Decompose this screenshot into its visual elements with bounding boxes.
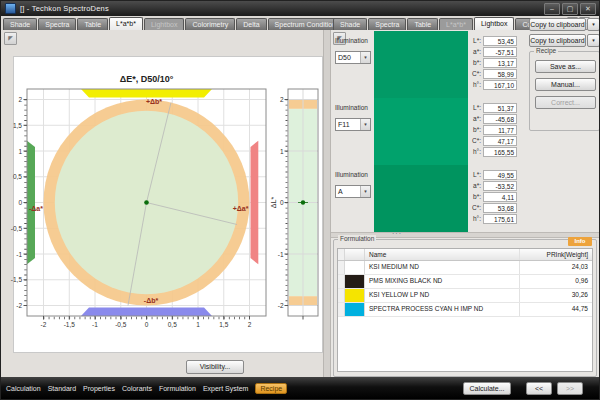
minimize-button[interactable]: – [544, 3, 560, 15]
ink-swatch [345, 261, 365, 274]
c-value: 58,99 [483, 69, 517, 79]
table-row[interactable]: KSI YELLOW LP ND 30,26 [338, 289, 592, 303]
color-swatch-a [374, 165, 468, 232]
table-row[interactable]: SPECTRA PROCESS CYAN H IMP ND 44,75 [338, 303, 592, 317]
h-value: 175,61 [483, 214, 517, 224]
c-value: 53,68 [483, 203, 517, 213]
back-button[interactable]: << [526, 382, 552, 395]
x-tick-label: 1 [196, 321, 200, 328]
title-bar: [] - Techkon SpectroDens – ▢ ✕ [1, 1, 599, 16]
dropdown-icon: ▾ [360, 52, 370, 63]
ink-amount: 44,75 [520, 303, 592, 316]
copy-dropdown-icon[interactable]: ▾ [587, 34, 600, 47]
visibility-button[interactable]: Visibility... [186, 360, 244, 374]
b-label: b*: [465, 193, 481, 200]
grip-dots-icon: ··· [389, 230, 405, 237]
ink-amount: 30,26 [520, 289, 592, 302]
tab-lightbox-left: Lightbox [144, 18, 184, 30]
tab-colorimetry-left[interactable]: Colorimetry [185, 18, 235, 30]
ink-amount: 0,96 [520, 275, 592, 288]
a-label: a*: [465, 48, 481, 55]
column-header-amount[interactable]: PRInk[Weight] [520, 249, 592, 260]
ink-swatch [345, 275, 365, 288]
formulation-group: Formulation Info Name PRInk[Weight] KSI … [333, 239, 597, 377]
status-item-expert-system[interactable]: Expert System [203, 385, 249, 392]
info-badge[interactable]: Info [568, 237, 592, 246]
maximize-button[interactable]: ▢ [562, 3, 578, 15]
copy-to-clipboard-button-2[interactable]: Copy to clipboard [529, 34, 586, 47]
table-row[interactable]: PMS MIXING BLACK ND 0,96 [338, 275, 592, 289]
c-value: 47,17 [483, 136, 517, 146]
x-tick-label: 2 [248, 321, 252, 328]
l-value: 51,37 [483, 103, 517, 113]
status-item-calculation[interactable]: Calculation [6, 385, 41, 392]
illuminant-select-f11[interactable]: F11 ▾ [335, 118, 371, 131]
minus-a-label: -Δa* [29, 205, 43, 212]
vertical-splitter[interactable] [323, 30, 331, 379]
tab-shade-right[interactable]: Shade [333, 18, 367, 30]
ink-name: KSI YELLOW LP ND [365, 289, 520, 302]
status-bar: Calculation Standard Properties Colorant… [1, 377, 600, 399]
b-label: b*: [465, 59, 481, 66]
delta-l-chart: 2 1 0 -1 -2 ΔL* [270, 89, 318, 320]
ink-swatch [345, 303, 365, 316]
l-label: L*: [465, 104, 481, 111]
close-button[interactable]: ✕ [580, 3, 596, 15]
a-value: -57,51 [483, 47, 517, 57]
x-tick-label: -1 [92, 321, 98, 328]
c-label: C*: [465, 204, 481, 211]
formulation-table: Name PRInk[Weight] KSI MEDIUM ND 24,03 P… [337, 248, 593, 372]
tab-spectra-right[interactable]: Spectra [368, 18, 406, 30]
status-item-standard[interactable]: Standard [48, 385, 76, 392]
tab-lightbox-right[interactable]: Lightbox [474, 17, 514, 30]
status-item-colorants[interactable]: Colorants [122, 385, 152, 392]
app-icon [5, 3, 16, 14]
ink-name: SPECTRA PROCESS CYAN H IMP ND [365, 303, 520, 316]
tab-spectra-left[interactable]: Spectra [38, 18, 76, 30]
x-tick-label: 0,5 [168, 321, 177, 328]
delta-l-tick-label: -2 [278, 302, 284, 309]
illumination-label: Illumination [335, 171, 368, 178]
tab-shade-left[interactable]: Shade [3, 18, 37, 30]
tab-lab-left[interactable]: L*a*b* [109, 17, 143, 30]
x-tick-label: 1,5 [219, 321, 228, 328]
forward-button: >> [557, 382, 583, 395]
manual-button[interactable]: Manual... [535, 78, 596, 91]
copy-dropdown-icon[interactable]: ▾ [587, 18, 600, 31]
x-tick-label: -1,5 [64, 321, 76, 328]
ink-amount: 24,03 [520, 261, 592, 274]
status-item-recipe-active[interactable]: Recipe [255, 383, 287, 394]
y-tick-label: 0 [18, 199, 22, 206]
illuminant-select-a[interactable]: A ▾ [335, 185, 371, 198]
status-item-properties[interactable]: Properties [83, 385, 115, 392]
sample-point-marker [144, 200, 149, 205]
plus-b-label: +Δb* [146, 98, 162, 105]
collapse-chart-button[interactable]: ◤ [4, 32, 17, 45]
h-label: h°: [465, 81, 481, 88]
plus-b-band [81, 89, 212, 98]
left-tab-bar: Shade Spectra Table L*a*b* Lightbox Colo… [3, 16, 348, 30]
illuminant-select-d50[interactable]: D50 ▾ [335, 51, 371, 64]
table-row[interactable]: KSI MEDIUM ND 24,03 [338, 261, 592, 275]
x-tick-label: 0 [145, 321, 149, 328]
a-label: a*: [465, 182, 481, 189]
copy-to-clipboard-button-1[interactable]: Copy to clipboard [529, 18, 586, 31]
y-tick-label: -0,5 [11, 225, 23, 232]
ink-name: KSI MEDIUM ND [365, 261, 520, 274]
illumination-label: Illumination [335, 104, 368, 111]
illuminant-value: F11 [336, 119, 360, 130]
save-as-button[interactable]: Save as... [535, 60, 596, 73]
tab-delta-left[interactable]: Delta [236, 18, 266, 30]
tab-table-left[interactable]: Table [77, 18, 108, 30]
l-value: 53,45 [483, 36, 517, 46]
column-header-name[interactable]: Name [365, 249, 520, 260]
tab-table-right[interactable]: Table [407, 18, 438, 30]
recipe-group-label: Recipe [534, 47, 558, 54]
b-label: b*: [465, 126, 481, 133]
delta-l-marker [301, 200, 305, 204]
window-title: [] - Techkon SpectroDens [20, 4, 109, 13]
h-label: h°: [465, 215, 481, 222]
calculate-button[interactable]: Calculate... [463, 382, 511, 395]
status-item-formulation[interactable]: Formulation [159, 385, 196, 392]
correct-button: Correct... [535, 96, 596, 109]
